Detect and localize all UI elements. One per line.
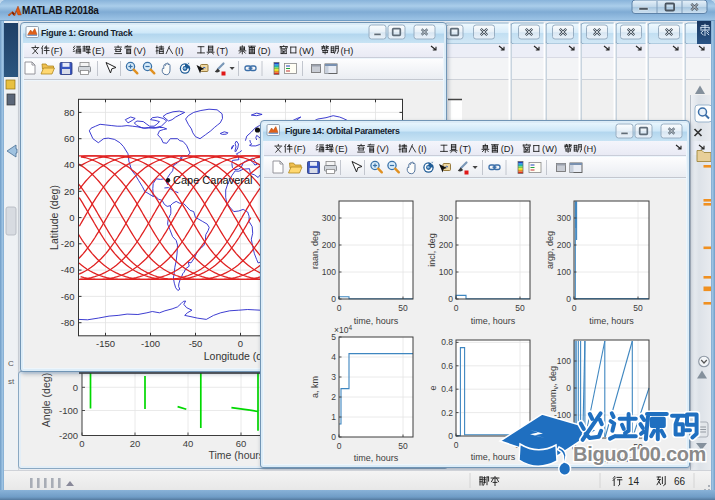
svg-text:Biguo100.com: Biguo100.com <box>573 443 706 465</box>
